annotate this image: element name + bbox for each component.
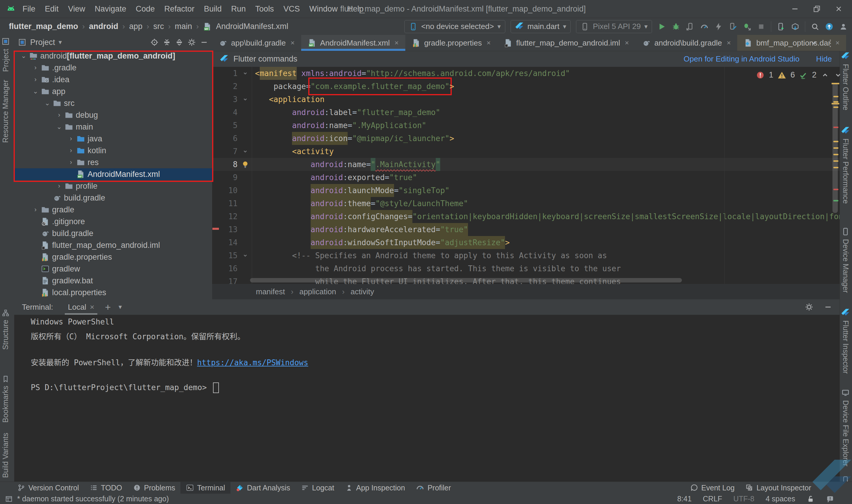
fold-marker-icon[interactable] — [239, 148, 251, 155]
editor-breadcrumb-application[interactable]: application — [300, 287, 336, 296]
update-button[interactable] — [825, 22, 834, 31]
collapse-all-icon[interactable] — [175, 38, 184, 47]
fold-marker-icon[interactable] — [239, 70, 251, 77]
toolwindow-button-todo[interactable]: TODO — [84, 482, 127, 494]
tree-item-src[interactable]: ⌄src — [14, 97, 212, 109]
strip-tab-device-file-explorer[interactable]: Device File Explorer — [841, 388, 850, 466]
menu-item-navigate[interactable]: Navigate — [90, 0, 131, 18]
editor-tab-gradle-properties[interactable]: gradle.properties× — [405, 35, 497, 51]
apply-code-changes-button[interactable] — [728, 22, 737, 31]
menu-item-refactor[interactable]: Refactor — [160, 0, 199, 18]
strip-tab-resource-manager[interactable]: Resource Manager — [1, 80, 10, 143]
hidden-tabs-icon[interactable] — [810, 38, 818, 47]
project-view-dropdown[interactable]: ▾ — [58, 38, 62, 46]
breadcrumb-item[interactable]: src — [153, 22, 164, 31]
tab-close-icon[interactable]: × — [395, 39, 399, 47]
menu-item-build[interactable]: Build — [199, 0, 226, 18]
editor-tab-flutter-map-demo-android-iml[interactable]: flutter_map_demo_android.iml× — [497, 35, 635, 51]
tree-item-androidmanifest-xml[interactable]: MFAndroidManifest.xml — [14, 168, 212, 180]
editor-breadcrumb-activity[interactable]: activity — [350, 287, 374, 296]
tree-expand-arrow-icon[interactable]: › — [66, 159, 76, 166]
open-in-android-studio-link[interactable]: Open for Editing in Android Studio — [684, 54, 800, 64]
toolwindow-button-terminal[interactable]: Terminal — [180, 482, 230, 494]
tree-item-build-gradle[interactable]: build.gradle — [14, 192, 212, 204]
device-manager-button[interactable] — [777, 22, 785, 31]
indent-setting[interactable]: 4 spaces — [766, 494, 795, 503]
terminal-hide-icon[interactable] — [823, 303, 833, 311]
tree-item--idea[interactable]: ›.idea — [14, 74, 212, 86]
tree-item-java[interactable]: ›java — [14, 133, 212, 145]
panel-settings-icon[interactable] — [187, 38, 196, 47]
strip-tab-flutter-outline[interactable]: Flutter Outline — [841, 52, 850, 110]
menu-item-tools[interactable]: Tools — [251, 0, 279, 18]
toolwindow-button-profiler[interactable]: Profiler — [410, 482, 456, 494]
tab-close-icon[interactable]: × — [835, 39, 839, 47]
line-ending[interactable]: CRLF — [703, 494, 722, 503]
toolwindow-button-layout-inspector[interactable]: Layout Inspector — [740, 482, 816, 494]
tree-item-flutter-map-demo-android-iml[interactable]: flutter_map_demo_android.iml — [14, 239, 212, 251]
hide-banner-link[interactable]: Hide — [816, 54, 832, 64]
device-selector[interactable]: <no device selected>▾ — [404, 20, 505, 33]
strip-tab-flutter-inspector[interactable]: Flutter Inspector — [841, 308, 850, 374]
tree-item-kotlin[interactable]: ›kotlin — [14, 145, 212, 157]
strip-tab-build-variants[interactable]: Build Variants — [1, 433, 10, 478]
terminal-output[interactable]: Windows PowerShell版权所有（C） Microsoft Corp… — [14, 315, 839, 395]
project-panel-title[interactable]: Project — [30, 38, 55, 47]
tree-expand-arrow-icon[interactable]: › — [54, 111, 65, 119]
menu-item-view[interactable]: View — [63, 0, 90, 18]
editor-tab-android-build-gradle[interactable]: android\build.gradle× — [635, 35, 737, 51]
strip-tab-project[interactable]: Project — [1, 37, 10, 72]
sdk-manager-button[interactable] — [791, 22, 800, 31]
tree-item-gradle[interactable]: ›gradle — [14, 204, 212, 216]
tree-expand-arrow-icon[interactable]: › — [30, 64, 41, 72]
readonly-lock-icon[interactable] — [806, 495, 815, 503]
notifications-icon[interactable] — [826, 495, 834, 503]
toolwindow-button-dart-analysis[interactable]: Dart Analysis — [231, 482, 295, 494]
tree-expand-arrow-icon[interactable]: ⌄ — [42, 100, 53, 107]
toolwindow-button-app-inspection[interactable]: App Inspection — [340, 482, 410, 494]
attach-debugger-button[interactable] — [743, 22, 751, 31]
tree-expand-arrow-icon[interactable]: ⌄ — [30, 88, 41, 95]
tree-expand-arrow-icon[interactable]: › — [54, 182, 65, 190]
profiler-button[interactable] — [700, 22, 709, 31]
code-area[interactable]: 1<manifest xmlns:android="http://schemas… — [212, 67, 839, 284]
tree-item--gitignore[interactable]: .gitignore — [14, 216, 212, 228]
toolwindow-button-version-control[interactable]: Version Control — [12, 482, 84, 494]
tab-close-icon[interactable]: × — [290, 39, 295, 47]
tree-item-gradlew[interactable]: gradlew — [14, 263, 212, 275]
terminal-settings-icon[interactable] — [805, 303, 814, 311]
expand-all-icon[interactable] — [162, 38, 171, 47]
device-profile-selector[interactable]: Pixel 5 API 29▾ — [576, 20, 652, 33]
breadcrumb-item[interactable]: main — [175, 22, 192, 31]
panel-hide-icon[interactable] — [200, 38, 209, 47]
terminal-session-dropdown-icon[interactable]: ▾ — [119, 303, 122, 311]
tree-expand-arrow-icon[interactable]: › — [66, 135, 76, 143]
prev-issue-icon[interactable] — [821, 71, 830, 79]
tab-close-icon[interactable]: × — [727, 39, 731, 47]
tree-item-res[interactable]: ›res — [14, 157, 212, 168]
terminal-tab-local[interactable]: Local × — [65, 299, 97, 315]
breadcrumb-item[interactable]: flutter_map_demo — [9, 22, 78, 31]
new-terminal-session-icon[interactable]: + — [105, 301, 111, 313]
tree-item-main[interactable]: ⌄main — [14, 121, 212, 133]
avatar[interactable] — [839, 22, 848, 31]
tree-item-android[interactable]: ⌄android [flutter_map_demo_android] — [14, 50, 212, 62]
editor-tab-androidmanifest-xml[interactable]: MFAndroidManifest.xml× — [301, 35, 405, 51]
fold-marker-icon[interactable] — [239, 252, 251, 259]
next-issue-icon[interactable] — [834, 71, 842, 79]
menu-item-window[interactable]: Window — [304, 0, 342, 18]
tree-item-app[interactable]: ⌄app — [14, 86, 212, 97]
file-encoding[interactable]: UTF-8 — [733, 494, 755, 503]
tree-item-gradlew-bat[interactable]: gradlew.bat — [14, 275, 212, 287]
tab-close-icon[interactable]: × — [487, 39, 491, 47]
tree-item-local-properties[interactable]: local.properties — [14, 287, 212, 299]
tree-item-profile[interactable]: ›profile — [14, 180, 212, 192]
attach-process-button[interactable] — [686, 22, 695, 31]
strip-tab-structure[interactable]: Structure — [1, 309, 10, 349]
toolwindow-button-logcat[interactable]: Logcat — [295, 482, 340, 494]
apply-changes-button[interactable] — [714, 22, 723, 31]
caret-position[interactable]: 8:41 — [677, 494, 692, 503]
terminal-link[interactable]: https://aka.ms/PSWindows — [197, 358, 308, 367]
debug-button[interactable] — [672, 22, 681, 31]
strip-tab-flutter-performance[interactable]: Flutter Performance — [841, 127, 850, 204]
